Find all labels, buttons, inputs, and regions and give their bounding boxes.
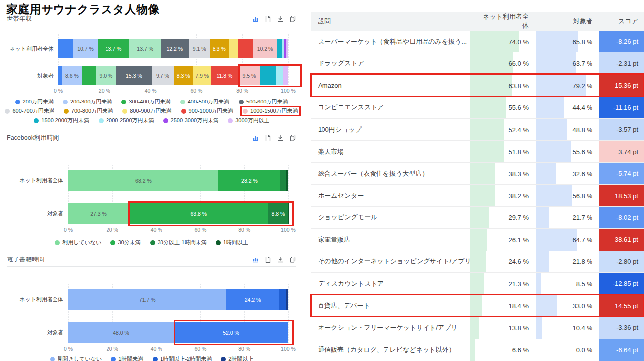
question-text: オークション・フリーマーケットサイト/アプリ [318, 323, 458, 332]
legend-label: 300-400万円未満 [129, 98, 170, 105]
axis-tick: 60 % [194, 346, 206, 352]
bar-segment: 27.3 % [68, 203, 128, 224]
axis-tick: 40 % [151, 227, 162, 233]
bar-segment: 7.9 % [193, 66, 211, 85]
value-text: 10.4 % [573, 324, 592, 331]
export-file-icon[interactable] [265, 15, 271, 23]
value-text: 18.4 % [509, 302, 529, 309]
facebook-usage-time-chart: Facebook利用時間ネット利用者全体68.2 %28.2 %対象者27.3 … [7, 133, 296, 246]
gridline [288, 284, 289, 343]
download-icon[interactable] [277, 256, 284, 263]
table-row: ホームセンター38.2 %56.8 %18.53 pt [311, 185, 644, 206]
data-bar [470, 251, 486, 272]
stacked-bar: 48.0 %52.0 % [68, 322, 288, 343]
question-text: ディスカウントストア [318, 279, 384, 288]
value-text: 51.8 % [509, 148, 529, 155]
table-row: ドラッグストア66.0 %63.7 %-2.31 pt [311, 52, 644, 74]
legend-label: 1時間未満 [118, 355, 143, 361]
legend-swatch [111, 357, 116, 361]
value-text: 65.8 % [573, 38, 592, 45]
value-cell-target: 79.2 % [536, 75, 599, 96]
chart-bar-row: 対象者48.0 %52.0 % [7, 322, 288, 343]
export-file-icon[interactable] [265, 256, 271, 263]
value-text: 64.7 % [573, 236, 592, 243]
data-bar [536, 31, 578, 52]
axis-spacer [7, 346, 68, 353]
legend-item: 3000万円以上 [227, 117, 270, 124]
legend-item: 200万円未満 [14, 98, 54, 105]
bar-chart-icon[interactable] [252, 256, 259, 263]
question-text: ドラッグストア [318, 59, 364, 68]
download-icon[interactable] [277, 134, 284, 142]
axis-tick: 0 % [64, 346, 73, 352]
bar-segment [58, 66, 62, 85]
chart-bar-row: ネット利用者全体10.7 %13.7 %13.7 %12.2 %9.1 %8.3… [7, 39, 288, 58]
bar-segment: 8.8 % [268, 203, 288, 224]
value-text: 32.6 % [573, 170, 592, 177]
x-axis-ticks: 0 %20 %40 %60 %80 %100 % [68, 227, 288, 234]
legend-label: 30分未満 [118, 239, 140, 246]
chart-title: 世帯年収 [7, 15, 32, 23]
column-header: ネット利用者全体 [470, 12, 536, 30]
value-text: 56.8 % [573, 192, 592, 200]
bar-segment: 63.8 % [128, 203, 268, 224]
stacked-bar: 10.7 %13.7 %13.7 %12.2 %9.1 %8.3 %10.2 % [58, 39, 288, 58]
legend-label: 2000-2500万円未満 [106, 117, 154, 124]
question-text: スーパーマーケット（食料品や日用品のみを扱う... [318, 37, 467, 46]
value-cell-all: 21.3 % [470, 273, 536, 294]
value-cell-all: 38.2 % [470, 185, 536, 206]
bar-row-label: ネット利用者全体 [7, 177, 68, 184]
value-text: 66.0 % [509, 60, 529, 67]
legend-label: 200万円未満 [23, 98, 54, 105]
gridline [288, 165, 289, 224]
bar-segment [229, 39, 238, 58]
value-cell-all: 74.0 % [470, 31, 536, 52]
axis-tick: 20 % [99, 88, 110, 94]
score-cell: 18.53 pt [599, 185, 644, 206]
legend-label: 30分以上-1時間未満 [158, 239, 207, 246]
value-cell-all: 18.4 % [470, 295, 536, 316]
bar-row-label: 対象者 [7, 72, 58, 80]
data-bar [536, 317, 542, 338]
copy-icon[interactable] [289, 256, 296, 263]
stacked-bar: 8.6 %9.0 %15.3 %9.7 %8.3 %7.9 %11.8 %9.5… [58, 66, 288, 85]
bar-segment: 10.7 % [73, 39, 98, 58]
value-cell-target: 55.6 % [536, 141, 599, 162]
legend-swatch [239, 100, 244, 104]
bar-segment [277, 39, 282, 58]
copy-icon[interactable] [289, 15, 296, 23]
x-axis: 0 %20 %40 %60 %80 %100 % [7, 88, 296, 95]
score-cell: 15.36 pt [599, 75, 644, 96]
value-text: 21.3 % [509, 280, 529, 287]
value-text: 48.8 % [573, 126, 592, 133]
bar-chart-icon[interactable] [252, 15, 259, 23]
bar-segment [283, 66, 288, 85]
data-bar [470, 207, 489, 228]
value-cell-target: 44.4 % [536, 97, 599, 118]
question-cell: Amazon [311, 75, 470, 96]
download-icon[interactable] [277, 15, 284, 23]
legend-swatch [216, 240, 221, 245]
legend-swatch [34, 118, 39, 123]
value-cell-target: 8.5 % [536, 273, 599, 294]
axis-tick: 60 % [190, 88, 202, 94]
question-cell: 通信販売（カタログ、テレビなどネット以外） [311, 339, 470, 361]
score-cell: -5.74 pt [599, 163, 644, 184]
legend-label: 1時間以上 [223, 239, 248, 246]
copy-icon[interactable] [289, 134, 296, 142]
export-file-icon[interactable] [265, 134, 271, 142]
value-text: 0.0 % [576, 346, 592, 354]
value-cell-all: 29.7 % [470, 207, 536, 228]
data-bar [536, 273, 541, 294]
legend-item: 700-800万円未満 [63, 107, 114, 115]
data-bar [470, 52, 513, 74]
column-header: スコア [599, 17, 644, 26]
data-bar [536, 251, 549, 272]
question-cell: ホームセンター [311, 185, 470, 206]
legend-row: 600-700万円未満700-800万円未満800-900万円未満900-100… [7, 107, 296, 115]
bar-chart-icon[interactable] [252, 134, 259, 142]
value-cell-all: 51.8 % [470, 141, 536, 162]
legend-label: 800-900万円未満 [130, 107, 171, 115]
bar-segment [260, 66, 276, 85]
value-text: 52.4 % [509, 126, 529, 133]
